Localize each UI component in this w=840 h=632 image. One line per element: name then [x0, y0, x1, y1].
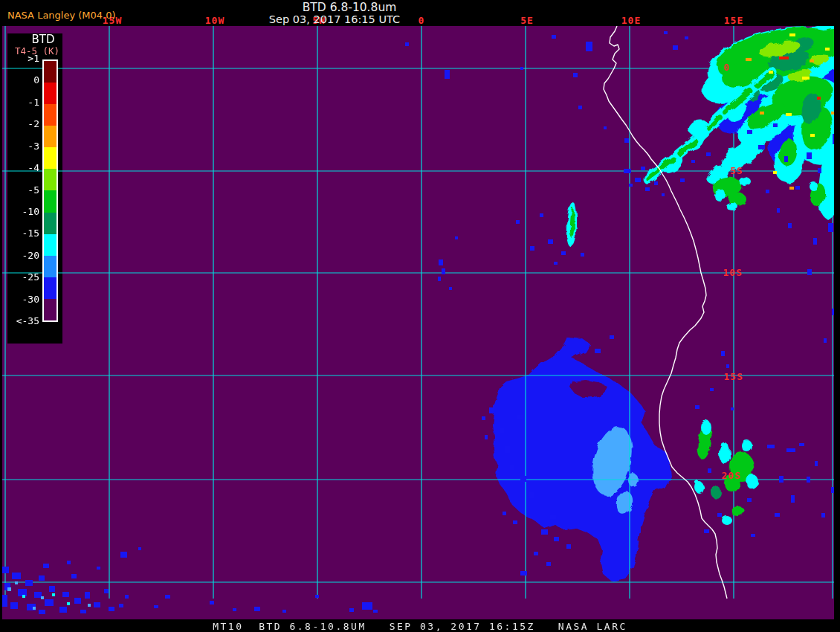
- cloud-speck: [39, 575, 45, 581]
- cloud-speck: [828, 223, 833, 232]
- cloud-speck: [41, 596, 44, 599]
- cloud-mass: [701, 420, 711, 435]
- cloud-mass: [746, 474, 758, 489]
- cloud-speck: [120, 552, 127, 558]
- cloud-speck: [43, 564, 49, 568]
- cloud-speck: [695, 405, 700, 409]
- colorbar-segment: [44, 256, 56, 277]
- colorbar-segment: [44, 147, 56, 169]
- cloud-speck: [449, 287, 452, 290]
- cloud-speck: [489, 407, 494, 413]
- cloud-speck: [59, 607, 67, 613]
- cloud-speck: [747, 130, 752, 134]
- cloud-speck: [775, 513, 780, 517]
- cloud-speck: [815, 461, 818, 466]
- cloud-mass: [722, 516, 732, 525]
- colorbar-tick: 0: [7, 74, 39, 86]
- lat-label-10S: 10S: [723, 267, 743, 278]
- cloud-speck: [362, 602, 372, 610]
- colorbar-segment: [44, 83, 56, 104]
- colorbar-tick: -3: [7, 141, 39, 152]
- cloud-speck: [125, 595, 129, 599]
- cloud-speck: [624, 169, 631, 173]
- cloud-speck: [773, 171, 777, 174]
- cloud-speck: [777, 208, 780, 213]
- cloud-speck: [349, 608, 354, 612]
- colorbar-segment: [44, 213, 56, 234]
- cloud-speck: [673, 45, 678, 50]
- cloud-speck: [442, 268, 445, 274]
- lat-label-0: 0: [724, 62, 731, 73]
- nasa-langley-brand: NASA Langley (M04.0): [7, 10, 116, 21]
- colorbar-tick: -20: [7, 250, 39, 261]
- cloud-speck: [799, 443, 804, 446]
- colorbar-unit-label: T4-5 (K): [6, 45, 68, 57]
- cloud-speck: [529, 492, 534, 498]
- cloud-speck: [760, 112, 764, 115]
- left-edge-strip: [0, 0, 2, 632]
- cloud-mass: [726, 203, 738, 210]
- cloud-speck: [439, 259, 443, 265]
- cloud-speck: [45, 599, 54, 606]
- colorbar-segment: [44, 61, 56, 83]
- cloud-speck: [315, 595, 319, 598]
- cloud-speck: [282, 610, 286, 613]
- cloud-speck: [510, 465, 514, 470]
- cloud-speck: [67, 561, 71, 564]
- cloud-speck: [10, 602, 18, 609]
- colorbar-tick: -1: [7, 97, 39, 108]
- cloud-speck: [516, 220, 520, 224]
- cloud-speck: [813, 238, 817, 245]
- cloud-speck: [818, 168, 821, 173]
- cloud-speck: [824, 338, 827, 343]
- cloud-speck: [662, 193, 665, 196]
- cloud-speck: [33, 607, 36, 610]
- cloud-mass: [719, 443, 731, 464]
- colorbar-segment: [44, 277, 56, 299]
- lat-label-15S: 15S: [724, 371, 743, 382]
- cloud-mass: [809, 181, 818, 190]
- colorbar-title: BTD: [15, 33, 71, 46]
- cloud-speck: [7, 587, 11, 591]
- cloud-speck: [786, 448, 795, 452]
- cloud-speck: [530, 246, 534, 251]
- cloud-speck: [641, 167, 645, 170]
- cloud-speck: [680, 178, 685, 182]
- cloud-speck: [766, 190, 769, 193]
- cloud-speck: [25, 580, 33, 586]
- cloud-mass: [742, 440, 752, 452]
- latlon-gridlines: [2, 26, 834, 599]
- cloud-mass: [694, 481, 703, 493]
- cloud-speck: [554, 537, 559, 541]
- cloud-speck: [74, 598, 81, 604]
- cloud-speck: [586, 42, 592, 51]
- cloud-speck: [578, 106, 582, 109]
- cloud-speck: [15, 581, 18, 584]
- lon-label-0: 0: [419, 15, 425, 26]
- cloud-speck: [445, 70, 450, 79]
- cloud-speck: [97, 567, 100, 570]
- colorbar-segment: [44, 234, 56, 256]
- cloud-speck: [624, 138, 629, 143]
- colorbar-segment: [44, 190, 56, 212]
- cloud-speck: [788, 223, 792, 228]
- cloud-speck: [821, 513, 825, 517]
- colorbar-tick: -5: [7, 184, 39, 196]
- cloud-speck: [573, 73, 578, 77]
- cloud-speck: [104, 589, 109, 593]
- cloud-speck: [746, 58, 752, 61]
- colorbar-segment: [44, 169, 56, 190]
- colorbar-tick: -15: [7, 228, 39, 239]
- cloud-speck: [784, 156, 788, 162]
- cloud-speck: [520, 476, 526, 482]
- cloud-speck: [71, 574, 77, 578]
- satellite-btd-viewer: BTD 6.8-10.8um Sep 03, 2017 16:15 UTC NA…: [0, 0, 840, 632]
- lon-label-5E: 5E: [520, 15, 534, 26]
- cloud-speck: [80, 610, 86, 613]
- cloud-speck: [708, 468, 711, 473]
- colorbar-segment: [44, 126, 56, 147]
- cold-cloud-blob-layer: [493, 337, 672, 581]
- cloud-speck: [610, 335, 614, 339]
- cloud-speck: [49, 586, 55, 592]
- cloud-speck: [779, 57, 789, 59]
